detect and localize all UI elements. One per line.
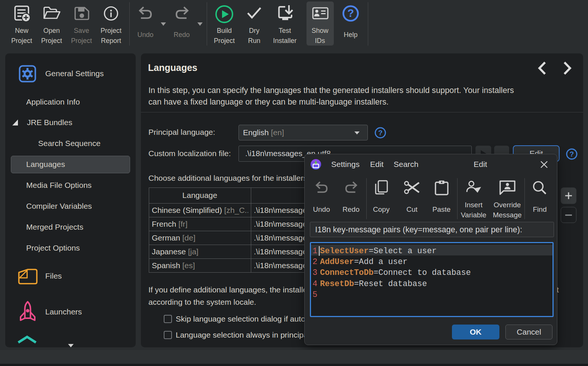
svg-text:?: ? bbox=[378, 129, 383, 137]
svg-text:?: ? bbox=[347, 7, 354, 19]
svg-text:?: ? bbox=[570, 150, 574, 158]
